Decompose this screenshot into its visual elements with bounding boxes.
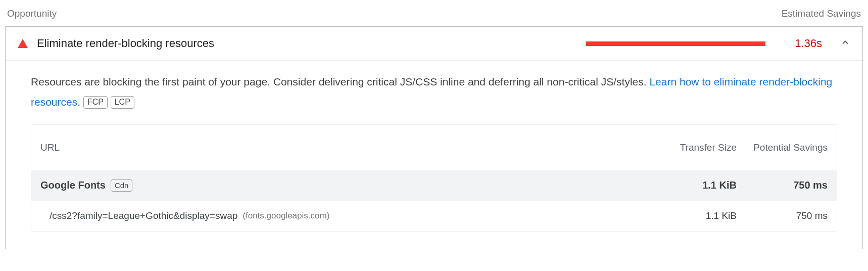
metric-tag-fcp: FCP [83, 96, 108, 109]
metric-tag-lcp: LCP [111, 96, 134, 109]
group-url-cell: Google Fonts Cdn [40, 179, 646, 192]
table-group-row: Google Fonts Cdn 1.1 KiB 750 ms [31, 170, 837, 201]
audit-panel: Eliminate render-blocking resources 1.36… [5, 26, 863, 249]
chevron-up-icon [840, 37, 850, 50]
item-url-cell: /css2?family=League+Gothic&display=swap … [50, 210, 646, 221]
audit-summary-toggle[interactable]: Eliminate render-blocking resources 1.36… [6, 27, 862, 60]
audit-description: Resources are blocking the first paint o… [31, 72, 837, 112]
savings-bar [586, 41, 765, 46]
group-size: 1.1 KiB [646, 179, 737, 191]
desc-tail: . [77, 96, 83, 108]
group-name: Google Fonts [40, 179, 106, 191]
audit-title: Eliminate render-blocking resources [37, 37, 214, 50]
item-savings: 750 ms [737, 210, 828, 221]
estimated-savings-col-label: Estimated Savings [782, 8, 861, 19]
column-header-row: Opportunity Estimated Savings [5, 5, 863, 26]
item-size: 1.1 KiB [646, 210, 737, 221]
savings-value: 1.36s [795, 37, 822, 50]
col-header-size: Transfer Size [646, 142, 737, 153]
audit-details: Resources are blocking the first paint o… [6, 60, 862, 249]
col-header-url: URL [40, 142, 646, 153]
col-header-savings: Potential Savings [737, 141, 828, 154]
group-savings: 750 ms [737, 179, 828, 191]
desc-lead: Resources are blocking the first paint o… [31, 76, 649, 87]
table-row: /css2?family=League+Gothic&display=swap … [31, 201, 837, 231]
resources-table: URL Transfer Size Potential Savings Goog… [31, 124, 837, 232]
item-path: /css2?family=League+Gothic&display=swap [50, 210, 237, 221]
item-host: (fonts.googleapis.com) [243, 211, 329, 221]
group-badge: Cdn [111, 179, 133, 192]
fail-triangle-icon [18, 39, 28, 48]
table-header-row: URL Transfer Size Potential Savings [31, 125, 837, 170]
opportunity-col-label: Opportunity [7, 8, 57, 19]
